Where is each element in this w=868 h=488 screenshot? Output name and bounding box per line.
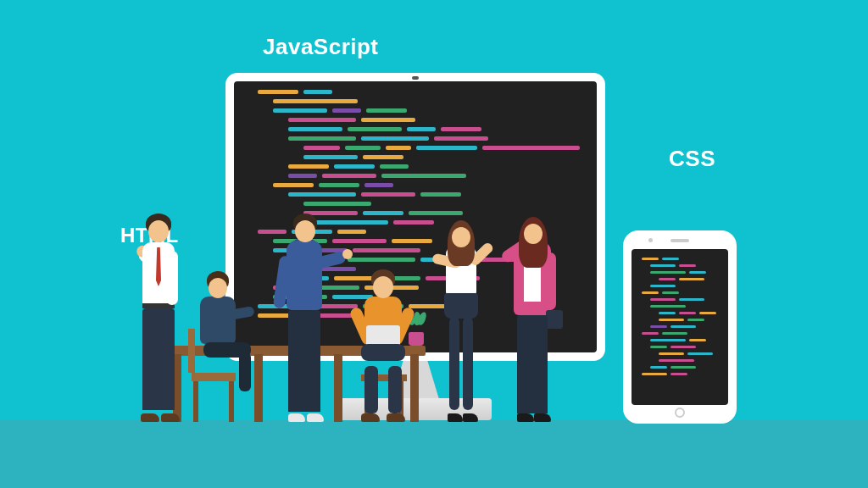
person-seated-laptop [346, 269, 420, 422]
person-standing-presenter [124, 214, 193, 422]
floor [0, 420, 868, 488]
person-woman-white-shirt [429, 220, 497, 422]
phone-code-illustration [642, 258, 721, 380]
smartphone: Smartphone showing colorful code editor [623, 230, 737, 424]
label-css: CSS [669, 146, 715, 172]
label-javascript: JavaScript [263, 34, 379, 60]
handbag-icon [546, 310, 563, 329]
person-standing-hoodie [270, 214, 341, 422]
person-woman-pink-jacket [498, 217, 571, 422]
person-seated-left [193, 271, 253, 381]
